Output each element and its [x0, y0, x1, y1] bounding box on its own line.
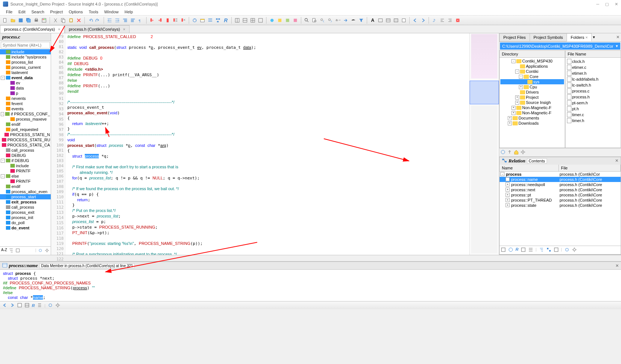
- format2-button[interactable]: [446, 17, 454, 24]
- editor-scrollbar[interactable]: [0, 255, 621, 261]
- symbol-item[interactable]: ev: [0, 80, 51, 85]
- file-item[interactable]: pt-sem.h: [566, 100, 620, 106]
- symbol-item[interactable]: endif: [0, 184, 51, 189]
- symbol-item[interactable]: do_poll: [0, 220, 51, 225]
- symbol-item[interactable]: process_current: [0, 65, 51, 70]
- symbol-item[interactable]: endif: [0, 122, 51, 127]
- directory-item[interactable]: +Source Insigh: [500, 100, 564, 105]
- ctx-btn3[interactable]: [17, 303, 22, 309]
- tool1-button[interactable]: [377, 17, 384, 24]
- save-button[interactable]: [17, 17, 24, 24]
- context-code[interactable]: struct process { struct process *next; #…: [0, 270, 621, 301]
- directory-item[interactable]: Applications: [500, 64, 564, 69]
- bookmark-next-button[interactable]: [156, 17, 164, 24]
- expand-icon[interactable]: +: [506, 182, 510, 186]
- rel-btn6[interactable]: [539, 247, 544, 253]
- document-tab[interactable]: process.h (Contiki\Core\sys)×: [65, 25, 130, 33]
- split-4-button[interactable]: [249, 17, 256, 24]
- relation-item[interactable]: +process::nameprocess.h (Contiki\Core: [500, 177, 621, 182]
- file-item[interactable]: timer.h: [566, 118, 620, 124]
- directory-item[interactable]: Drivers: [500, 90, 564, 95]
- relation-file-header[interactable]: File: [559, 165, 621, 171]
- menu-file[interactable]: File: [3, 9, 16, 15]
- expand-icon[interactable]: +: [511, 111, 516, 115]
- menu-options[interactable]: Options: [66, 9, 86, 15]
- highlight3-button[interactable]: [284, 17, 291, 24]
- directory-item[interactable]: -Contiki_MSP430: [500, 58, 564, 64]
- options-button[interactable]: [40, 17, 48, 24]
- relation-item[interactable]: -processprocess.h (Contiki\Cor: [500, 172, 621, 177]
- list-button[interactable]: [207, 17, 214, 24]
- file-item[interactable]: timer.c: [566, 112, 620, 118]
- highlight4-button[interactable]: [292, 17, 299, 24]
- symbol-item[interactable]: process_list: [0, 60, 51, 65]
- indent-right-button[interactable]: [114, 17, 121, 24]
- symbol-item[interactable]: include "sys/proces: [0, 54, 51, 60]
- expand-icon[interactable]: -: [511, 59, 516, 63]
- minimap[interactable]: [469, 33, 499, 255]
- relation-name-header[interactable]: Name: [500, 165, 559, 171]
- indent-left-button[interactable]: [106, 17, 113, 24]
- bookmark-toggle-button[interactable]: [164, 17, 171, 24]
- rel-btn4[interactable]: [521, 247, 526, 253]
- search-prev-button[interactable]: [319, 17, 326, 24]
- code-editor[interactable]: 7980818283848586878889909192939495969798…: [51, 33, 499, 255]
- highlight1-button[interactable]: [268, 17, 276, 24]
- relation-item[interactable]: +process::PT_THREADprocess.h (Contiki\Co…: [500, 198, 621, 203]
- rel-btn5[interactable]: [528, 247, 533, 253]
- jump-button[interactable]: [431, 17, 438, 24]
- paragraph-button[interactable]: ¶: [137, 17, 144, 24]
- symbol-item[interactable]: process_init: [0, 215, 51, 220]
- directory-item[interactable]: sys: [500, 79, 564, 84]
- replace-button[interactable]: a→b: [334, 17, 342, 24]
- symbol-item[interactable]: PROCESS_STATE_N: [0, 132, 51, 137]
- expand-icon[interactable]: -: [1, 159, 5, 163]
- expand-icon[interactable]: +: [506, 188, 510, 192]
- bookmark-list-button[interactable]: [172, 17, 179, 24]
- tool4-button[interactable]: [400, 17, 407, 24]
- right-tab[interactable]: Project Symbols: [530, 33, 567, 41]
- code-content[interactable]: #define PROCESS_STATE_CALLED 2 static vo…: [66, 33, 469, 255]
- stop-button[interactable]: [454, 17, 461, 24]
- directory-item[interactable]: +Non-Magnetic-F: [500, 105, 564, 110]
- delete-button[interactable]: [75, 17, 83, 24]
- filter-button[interactable]: [358, 17, 365, 24]
- rel-btn1[interactable]: [501, 247, 506, 253]
- relation-item[interactable]: +process::ptprocess.h (Contiki\Core: [500, 192, 621, 198]
- ctx-r-button[interactable]: R: [32, 303, 35, 308]
- sort-az-button[interactable]: A-Z: [1, 248, 7, 254]
- symbol-search-input[interactable]: [1, 42, 50, 48]
- paste-button[interactable]: [67, 17, 75, 24]
- tool3-button[interactable]: [392, 17, 400, 24]
- goto-button[interactable]: [342, 17, 349, 24]
- rel-btn8[interactable]: [554, 247, 559, 253]
- sync-button[interactable]: [191, 17, 198, 24]
- tab-close-button[interactable]: ×: [123, 27, 125, 31]
- open-file-button[interactable]: [9, 17, 17, 24]
- text-a-button[interactable]: A: [369, 17, 376, 24]
- file-item[interactable]: process.c: [566, 88, 620, 94]
- symbol-item[interactable]: poll_requested: [0, 127, 51, 132]
- file-item[interactable]: pt.h: [566, 106, 620, 112]
- menu-help[interactable]: Help: [122, 9, 136, 15]
- symbol-item[interactable]: p: [0, 91, 51, 96]
- expand-icon[interactable]: +: [506, 177, 510, 181]
- expand-icon[interactable]: -: [1, 76, 5, 80]
- symbol-item[interactable]: -else: [0, 173, 51, 179]
- undo-button[interactable]: [87, 17, 94, 24]
- folder-up-button[interactable]: [507, 149, 512, 155]
- expand-icon[interactable]: +: [508, 116, 512, 120]
- right-tab[interactable]: Project Files: [499, 33, 530, 41]
- symbol-item[interactable]: -if PROCESS_CONF_: [0, 111, 51, 117]
- file-item[interactable]: lc-addrlabels.h: [566, 76, 620, 82]
- menu-tools[interactable]: Tools: [86, 9, 101, 15]
- new-file-button[interactable]: [1, 17, 9, 24]
- format-button[interactable]: [439, 17, 446, 24]
- relation-close-button[interactable]: ✕: [615, 158, 618, 163]
- menu-project[interactable]: Project: [47, 9, 66, 15]
- relation-item[interactable]: +process::needspollprocess.h (Contiki\Co…: [500, 182, 621, 187]
- symbol-item[interactable]: include: [0, 49, 51, 54]
- ctx-forward-button[interactable]: [10, 303, 15, 309]
- expand-icon[interactable]: +: [506, 203, 510, 207]
- directory-item[interactable]: -Contiki: [500, 69, 564, 74]
